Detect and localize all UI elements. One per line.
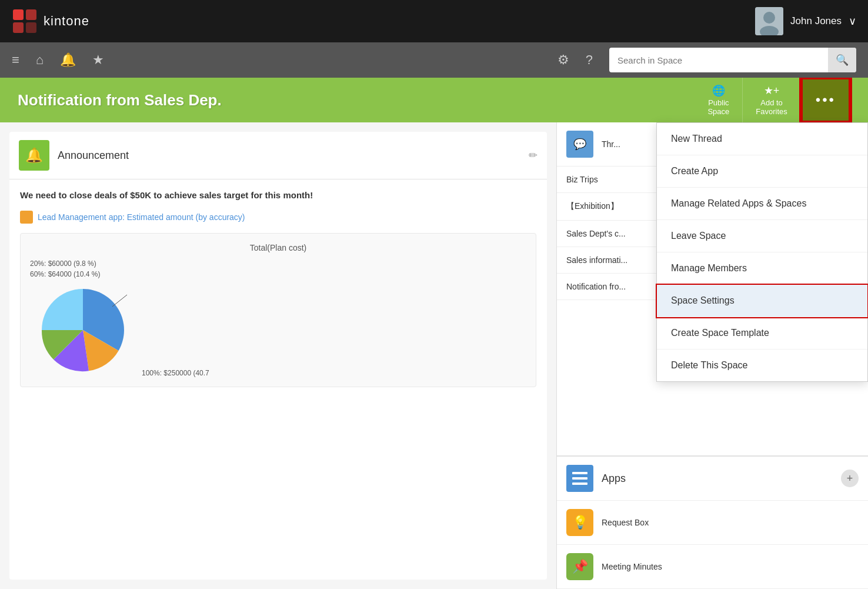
user-area: John Jones ∨ bbox=[755, 7, 856, 35]
top-navigation: kintone John Jones ∨ bbox=[0, 0, 868, 42]
public-space-label2: Space bbox=[707, 107, 729, 116]
search-input[interactable] bbox=[609, 55, 828, 65]
user-name: John Jones bbox=[790, 15, 842, 27]
main-content: 🔔 Announcement ✏ We need to close deals … bbox=[0, 122, 868, 589]
svg-point-5 bbox=[763, 12, 775, 24]
logo-area: kintone bbox=[12, 8, 89, 34]
space-action-buttons: 🌐 Public Space ★+ Add to Favorites ••• bbox=[695, 78, 850, 122]
leave-space-item[interactable]: Leave Space bbox=[657, 220, 867, 252]
public-space-button[interactable]: 🌐 Public Space bbox=[695, 78, 743, 122]
create-app-item[interactable]: Create App bbox=[657, 155, 867, 188]
dropdown-menu: New Thread Create App Manage Related App… bbox=[656, 122, 868, 382]
space-settings-item[interactable]: Space Settings bbox=[657, 285, 867, 317]
new-thread-item[interactable]: New Thread bbox=[657, 123, 867, 155]
home-icon[interactable]: ⌂ bbox=[36, 52, 44, 68]
settings-icon[interactable]: ⚙ bbox=[557, 52, 569, 68]
delete-space-item[interactable]: Delete This Space bbox=[657, 350, 867, 381]
space-header: Notification from Sales Dep. 🌐 Public Sp… bbox=[0, 78, 868, 122]
manage-related-item[interactable]: Manage Related Apps & Spaces bbox=[657, 188, 867, 220]
notifications-icon[interactable]: 🔔 bbox=[60, 52, 76, 68]
manage-members-item[interactable]: Manage Members bbox=[657, 252, 867, 285]
add-to-favorites-button[interactable]: ★+ Add to Favorites bbox=[743, 78, 800, 122]
add-to-favorites-label: Add to bbox=[760, 98, 783, 107]
svg-rect-0 bbox=[13, 9, 24, 20]
user-menu-chevron[interactable]: ∨ bbox=[849, 15, 856, 28]
user-avatar bbox=[755, 7, 783, 35]
dots-label: ••• bbox=[816, 92, 836, 108]
favorites-add-icon: ★+ bbox=[764, 84, 780, 97]
favorites-icon[interactable]: ★ bbox=[92, 52, 104, 68]
hamburger-menu-icon[interactable]: ≡ bbox=[12, 52, 19, 68]
public-icon: 🌐 bbox=[712, 84, 725, 97]
search-button[interactable]: 🔍 bbox=[828, 48, 856, 72]
more-options-button[interactable]: ••• bbox=[801, 78, 850, 122]
svg-rect-3 bbox=[26, 22, 36, 33]
help-icon[interactable]: ? bbox=[586, 52, 593, 68]
kintone-logo-icon bbox=[12, 8, 38, 34]
create-template-item[interactable]: Create Space Template bbox=[657, 317, 867, 350]
svg-rect-1 bbox=[26, 9, 36, 20]
add-to-favorites-label2: Favorites bbox=[756, 107, 787, 116]
space-title: Notification from Sales Dep. bbox=[18, 91, 222, 109]
secondary-navigation: ≡ ⌂ 🔔 ★ ⚙ ? 🔍 bbox=[0, 42, 868, 78]
svg-rect-2 bbox=[13, 22, 24, 33]
public-space-label: Public bbox=[708, 98, 729, 107]
search-area: 🔍 bbox=[609, 48, 856, 72]
app-name: kintone bbox=[44, 14, 89, 29]
